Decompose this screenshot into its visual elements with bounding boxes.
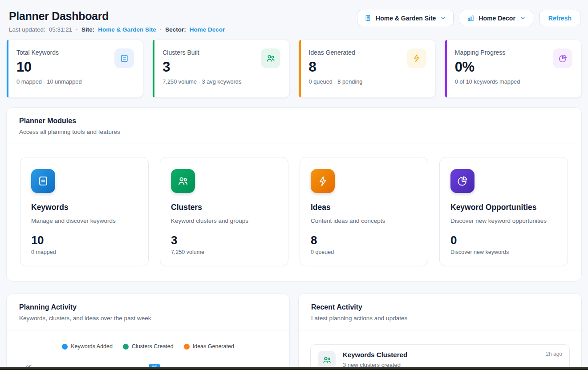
last-updated-value: 05:31:21 [49, 26, 73, 33]
module-sub: 0 queued [311, 249, 417, 255]
pie-chart-icon [553, 48, 572, 68]
planning-activity-panel: Planning Activity Keywords, clusters, an… [6, 294, 290, 370]
users-icon [171, 169, 195, 193]
planning-activity-header: Planning Activity Keywords, clusters, an… [7, 294, 289, 330]
legend-item-clusters-created[interactable]: Clusters Created [123, 343, 174, 350]
module-title: Keyword Opportunities [450, 203, 557, 212]
module-description: Content ideas and concepts [311, 217, 417, 224]
stats-row: Total Keywords 10 0 mapped · 10 unmapped… [6, 40, 582, 98]
stat-card-clusters-built: Clusters Built 3 7,250 volume · 3 avg ke… [152, 40, 289, 98]
pie-chart-icon [450, 169, 474, 193]
bolt-icon [407, 48, 426, 68]
activity-item-keywords-clustered: Keywords Clustered 2h ago 3 new clusters… [310, 344, 570, 370]
module-card-keyword-opportunities[interactable]: Keyword Opportunities Discover new keywo… [439, 157, 568, 266]
legend-dot-icon [62, 344, 68, 350]
file-lines-icon [114, 48, 134, 68]
recent-activity-panel: Recent Activity Latest planning actions … [298, 294, 582, 370]
planner-modules-panel: Planner Modules Access all planning tool… [6, 107, 582, 282]
sector-link[interactable]: Home Decor [190, 26, 225, 33]
planning-activity-subtitle: Keywords, clusters, and ideas over the p… [19, 315, 278, 322]
building-icon [364, 14, 372, 22]
activity-top-row: Keywords Clustered 2h ago [343, 351, 562, 358]
activity-title: Keywords Clustered [343, 351, 407, 358]
activity-timestamp: 2h ago [546, 351, 562, 357]
legend-label: Keywords Added [71, 343, 113, 350]
stat-sub: 0 queued · 8 pending [309, 78, 426, 85]
site-link[interactable]: Home & Garden Site [98, 26, 156, 33]
meta-line: Last updated: 05:31:21 · Site: Home & Ga… [9, 26, 225, 33]
stat-card-ideas-generated: Ideas Generated 8 0 queued · 8 pending [299, 40, 436, 98]
site-label: Site: [81, 26, 94, 33]
stat-sub: 0 mapped · 10 unmapped [16, 78, 133, 85]
users-icon [261, 48, 280, 68]
planner-dashboard-page: Planner Dashboard Last updated: 05:31:21… [0, 0, 588, 370]
file-lines-icon [31, 169, 55, 193]
modules-panel-subtitle: Access all planning tools and features [19, 129, 570, 135]
stat-sub: 0 of 10 keywords mapped [455, 78, 572, 85]
chevron-down-icon [440, 15, 446, 21]
legend-label: Clusters Created [132, 343, 174, 350]
page-header: Planner Dashboard Last updated: 05:31:21… [0, 0, 588, 33]
stat-card-mapping-progress: Mapping Progress 0% 0 of 10 keywords map… [445, 40, 582, 98]
module-value: 0 [450, 233, 557, 247]
module-card-clusters[interactable]: Clusters Keyword clusters and groups 3 7… [160, 157, 288, 266]
meta-separator: · [76, 26, 78, 33]
site-selector-dropdown[interactable]: Home & Garden Site [357, 10, 454, 26]
users-icon [318, 351, 336, 369]
stat-card-total-keywords: Total Keywords 10 0 mapped · 10 unmapped [6, 40, 143, 98]
module-sub: 7,250 volume [171, 249, 277, 255]
planning-activity-title: Planning Activity [19, 303, 278, 311]
header-controls: Home & Garden Site Home Decor [357, 10, 580, 26]
page-header-left: Planner Dashboard Last updated: 05:31:21… [9, 10, 225, 33]
module-value: 8 [311, 233, 417, 247]
bottom-row: Planning Activity Keywords, clusters, an… [6, 294, 582, 370]
recent-activity-subtitle: Latest planning actions and updates [311, 315, 570, 322]
screen-bottom-edge-bar [0, 367, 588, 370]
chevron-down-icon [519, 15, 526, 21]
module-sub: 0 mapped [31, 249, 138, 255]
module-description: Discover new keyword opportunities [450, 217, 557, 224]
module-title: Ideas [311, 203, 417, 212]
module-title: Clusters [171, 203, 277, 212]
legend-dot-icon [184, 344, 190, 350]
modules-grid: Keywords Manage and discover keywords 10… [7, 144, 581, 281]
module-title: Keywords [31, 203, 138, 212]
module-card-keywords[interactable]: Keywords Manage and discover keywords 10… [20, 157, 149, 266]
modules-panel-header: Planner Modules Access all planning tool… [7, 108, 581, 144]
module-description: Keyword clusters and groups [171, 217, 277, 224]
module-card-ideas[interactable]: Ideas Content ideas and concepts 8 0 que… [300, 157, 428, 266]
recent-activity-title: Recent Activity [311, 303, 570, 311]
site-selector-label: Home & Garden Site [376, 15, 436, 22]
legend-dot-icon [123, 344, 129, 350]
meta-separator: · [160, 26, 162, 33]
stat-sub: 7,250 volume · 3 avg keywords [162, 78, 279, 85]
last-updated-label: Last updated: [9, 26, 45, 33]
chart-legend: Keywords Added Clusters Created Ideas Ge… [7, 343, 289, 350]
activity-list: Keywords Clustered 2h ago 3 new clusters… [299, 330, 581, 370]
refresh-button[interactable]: Refresh [539, 10, 580, 26]
module-value: 3 [171, 233, 277, 247]
recent-activity-header: Recent Activity Latest planning actions … [299, 294, 581, 330]
module-value: 10 [31, 233, 138, 247]
module-sub: Discover new keywords [450, 249, 557, 255]
module-description: Manage and discover keywords [31, 217, 138, 224]
sector-selector-label: Home Decor [479, 15, 515, 22]
modules-panel-title: Planner Modules [19, 117, 570, 125]
legend-label: Ideas Generated [193, 343, 234, 350]
legend-item-keywords-added[interactable]: Keywords Added [62, 343, 113, 350]
bar-chart-icon [467, 14, 474, 22]
activity-body: Keywords Clustered 2h ago 3 new clusters… [343, 351, 562, 369]
legend-item-ideas-generated[interactable]: Ideas Generated [184, 343, 234, 350]
sector-selector-dropdown[interactable]: Home Decor [460, 10, 533, 26]
page-title: Planner Dashboard [9, 10, 225, 23]
sector-label: Sector: [165, 26, 186, 33]
bolt-icon [311, 169, 335, 193]
